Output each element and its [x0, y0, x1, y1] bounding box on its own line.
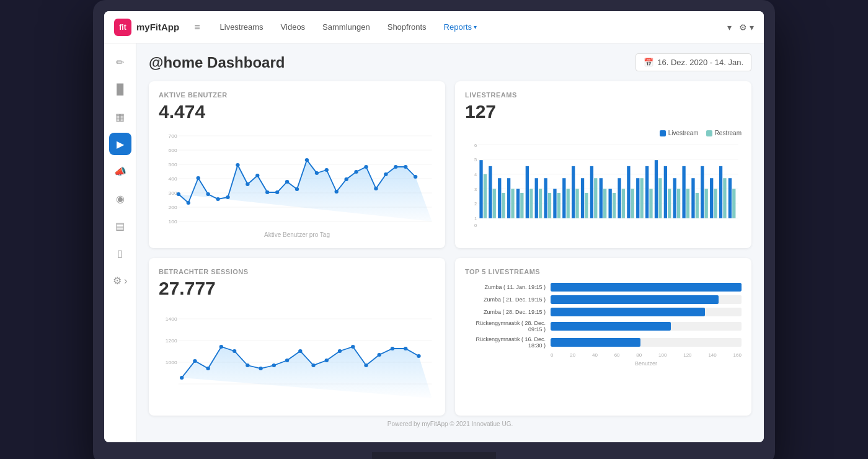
sidebar-megaphone[interactable]: 📣: [109, 160, 131, 182]
svg-point-22: [255, 174, 259, 177]
top5-card: TOP 5 LIVESTREAMS Zumba ( 11. Jan. 19:15…: [455, 258, 751, 416]
active-users-chart: 700 600 500 400 300 200 100: [159, 130, 435, 229]
viewer-sessions-card: BETRACHTER SESSIONS 27.777: [149, 258, 445, 416]
svg-rect-74: [581, 178, 584, 218]
svg-rect-103: [714, 189, 717, 218]
svg-rect-75: [585, 193, 588, 218]
svg-point-16: [197, 176, 200, 180]
svg-rect-100: [701, 166, 704, 218]
svg-rect-68: [553, 189, 556, 218]
page-footer: Powered by myFitApp © 2021 Innovatiue UG…: [149, 416, 751, 432]
svg-rect-54: [489, 166, 492, 218]
axis-20: 20: [570, 352, 575, 358]
axis-140: 140: [708, 352, 716, 358]
sidebar-mobile[interactable]: ▯: [109, 242, 131, 264]
top5-item-1-label: Zumba ( 11. Jan. 19:15 ): [465, 284, 546, 290]
svg-point-132: [404, 347, 407, 350]
top5-item-1-bar: [551, 283, 742, 292]
sidebar-chart[interactable]: ▐▌: [109, 78, 131, 100]
svg-point-118: [219, 345, 223, 349]
sidebar-location[interactable]: ◉: [109, 187, 131, 210]
svg-point-20: [236, 163, 239, 167]
top5-item-5: Rückengymnastik ( 16. Dec. 18:30 ): [465, 336, 742, 349]
nav-livestreams[interactable]: Livestreams: [213, 19, 271, 35]
sidebar-calendar[interactable]: ▦: [109, 105, 131, 128]
svg-rect-55: [493, 189, 496, 218]
top5-list: Zumba ( 11. Jan. 19:15 ) Zumba ( 21. Dec…: [465, 283, 742, 349]
viewer-sessions-value: 27.777: [159, 278, 435, 299]
top5-x-axis: 0 20 40 60 80 100 120 140 160: [465, 352, 742, 358]
sidebar-settings[interactable]: ⚙ ›: [109, 269, 131, 292]
svg-text:400: 400: [169, 176, 178, 182]
svg-point-121: [259, 367, 262, 370]
top5-item-2: Zumba ( 21. Dec. 19:15 ): [465, 295, 742, 304]
svg-rect-95: [677, 189, 680, 218]
top5-item-3-bar: [551, 308, 705, 316]
axis-60: 60: [614, 352, 620, 358]
svg-rect-104: [719, 166, 722, 218]
svg-rect-62: [526, 166, 529, 218]
top5-item-4: Rückengymnastik ( 28. Dec. 09:15 ): [465, 320, 742, 332]
settings-dropdown[interactable]: ▾: [727, 22, 732, 32]
axis-120: 120: [683, 352, 691, 358]
svg-rect-90: [655, 160, 658, 218]
svg-point-32: [354, 170, 358, 174]
logo-icon: fit: [114, 19, 131, 36]
sidebar-edit[interactable]: ✏: [109, 51, 131, 73]
axis-80: 80: [636, 352, 642, 358]
axis-160: 160: [733, 352, 742, 358]
svg-rect-64: [535, 178, 538, 218]
nav-reports[interactable]: Reports ▾: [436, 19, 485, 35]
top5-item-5-label: Rückengymnastik ( 16. Dec. 18:30 ): [465, 336, 546, 349]
top5-item-5-bar: [551, 338, 640, 347]
gear-button[interactable]: ⚙ ▾: [739, 22, 754, 32]
axis-0: 0: [551, 352, 553, 358]
svg-text:5: 5: [474, 157, 477, 163]
top5-item-2-label: Zumba ( 21. Dec. 19:15 ): [465, 296, 546, 303]
svg-rect-70: [562, 178, 565, 218]
legend-restream-label: Restream: [715, 130, 742, 136]
svg-point-35: [384, 172, 388, 176]
svg-text:1400: 1400: [166, 316, 177, 322]
nav-shopfronts[interactable]: Shopfronts: [380, 19, 434, 35]
svg-rect-61: [520, 193, 523, 218]
svg-rect-106: [728, 178, 732, 218]
top5-item-3-label: Zumba ( 28. Dec. 19:15 ): [465, 309, 546, 315]
calendar-icon: 📅: [644, 58, 653, 67]
svg-rect-66: [544, 178, 547, 218]
svg-point-19: [226, 195, 229, 199]
date-range-picker[interactable]: 📅 16. Dez. 2020 - 14. Jan.: [636, 53, 751, 71]
svg-point-123: [285, 359, 289, 362]
axis-40: 40: [592, 352, 598, 358]
svg-rect-69: [557, 193, 560, 218]
svg-rect-80: [608, 189, 611, 218]
svg-point-128: [351, 345, 355, 349]
svg-point-33: [364, 165, 368, 169]
svg-point-14: [177, 192, 180, 196]
svg-rect-57: [502, 193, 505, 218]
nav-videos[interactable]: Videos: [273, 19, 313, 35]
legend-livestream-dot: [660, 130, 666, 136]
top5-label: TOP 5 LIVESTREAMS: [465, 268, 742, 275]
app-title: myFitApp: [136, 22, 179, 32]
svg-rect-56: [498, 178, 501, 218]
hamburger-menu[interactable]: ≡: [194, 22, 200, 33]
legend-livestream-label: Livestream: [668, 130, 699, 136]
svg-text:600: 600: [169, 148, 178, 153]
footer-text: Powered by myFitApp © 2021 Innovatiue UG…: [388, 421, 513, 427]
svg-text:0: 0: [474, 223, 477, 228]
top-bar: fit myFitApp ≡ Livestreams Videos Sammlu…: [104, 11, 764, 43]
svg-point-36: [394, 165, 397, 169]
svg-point-18: [216, 197, 219, 201]
nav-sammlungen[interactable]: Sammlungen: [315, 19, 378, 35]
svg-rect-105: [723, 178, 726, 218]
svg-text:700: 700: [169, 133, 178, 139]
sidebar-file[interactable]: ▤: [109, 215, 131, 237]
svg-rect-60: [516, 189, 520, 218]
svg-point-120: [246, 363, 249, 367]
laptop-stand: [372, 452, 496, 459]
svg-rect-79: [603, 189, 606, 218]
svg-text:1200: 1200: [166, 338, 177, 344]
svg-point-122: [272, 363, 276, 367]
sidebar-play[interactable]: ▶: [109, 133, 131, 155]
